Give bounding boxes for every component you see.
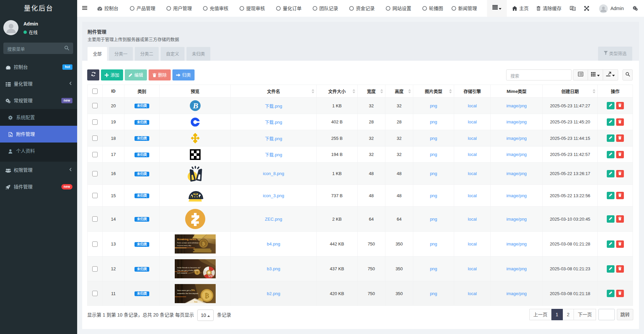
svg-text:₿: ₿ <box>202 241 205 246</box>
svg-text:invite friends to become vip*: invite friends to become vip* <box>177 267 201 269</box>
svg-text:Breaking news:: Breaking news: <box>177 238 197 241</box>
svg-text:rich rewards: rich rewards <box>177 272 187 274</box>
svg-text:VIP: VIP <box>208 274 214 278</box>
svg-text:You can get a lucky wheel: You can get a lucky wheel <box>177 269 199 271</box>
svg-text:B: B <box>192 101 198 110</box>
svg-text:Form a team and withdraw: Form a team and withdraw <box>177 242 199 244</box>
svg-text:rewardfor the first deposit: rewardfor the first deposit <box>177 292 199 294</box>
svg-text:₿: ₿ <box>205 292 209 299</box>
svg-text:income every day: income every day <box>177 244 192 246</box>
svg-text:A: A <box>573 7 575 10</box>
svg-text:5WB: 5WB <box>194 301 198 303</box>
svg-text:New users get a 5%: New users get a 5% <box>177 289 195 292</box>
